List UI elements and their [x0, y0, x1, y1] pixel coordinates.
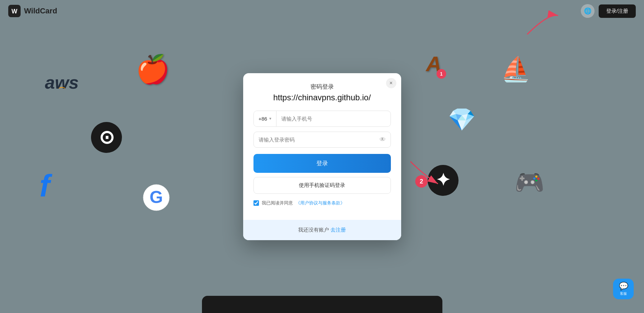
agreement-checkbox[interactable]: [253, 200, 259, 206]
register-link[interactable]: 去注册: [330, 227, 346, 233]
login-submit-button[interactable]: 登录: [253, 154, 391, 173]
agreement-row: 我已阅读并同意 《用户协议与服务条款》: [253, 200, 391, 213]
agreement-link[interactable]: 《用户协议与服务条款》: [296, 200, 345, 206]
password-row: 👁: [253, 132, 391, 148]
login-modal: × 密码登录 https://chinavpns.github.io/ +86 …: [243, 73, 401, 240]
modal-overlay: × 密码登录 https://chinavpns.github.io/ +86 …: [0, 0, 644, 313]
phone-prefix-selector[interactable]: +86 ▾: [254, 111, 276, 126]
eye-toggle-icon[interactable]: 👁: [380, 136, 386, 143]
chevron-down-icon: ▾: [269, 116, 271, 121]
agreement-text: 我已阅读并同意: [262, 200, 293, 206]
sms-login-button[interactable]: 使用手机验证码登录: [253, 177, 391, 194]
customer-service-icon: 💬: [619, 282, 628, 291]
modal-title: 密码登录: [253, 83, 391, 91]
customer-service-label: 客服: [620, 291, 627, 296]
phone-row: +86 ▾: [253, 111, 391, 127]
modal-footer: 我还没有账户 去注册: [243, 220, 401, 240]
modal-header: × 密码登录 https://chinavpns.github.io/: [243, 73, 401, 102]
customer-service-button[interactable]: 💬 客服: [613, 279, 634, 299]
no-account-text: 我还没有账户: [298, 227, 329, 233]
modal-url: https://chinavpns.github.io/: [253, 93, 391, 102]
modal-close-button[interactable]: ×: [386, 78, 396, 88]
phone-input[interactable]: [276, 111, 391, 126]
phone-prefix-value: +86: [259, 116, 267, 122]
modal-body: +86 ▾ 👁 登录 使用手机验证码登录 我已阅读并同意 《用户协议与服务条款》: [243, 111, 401, 220]
password-input[interactable]: [259, 132, 380, 147]
